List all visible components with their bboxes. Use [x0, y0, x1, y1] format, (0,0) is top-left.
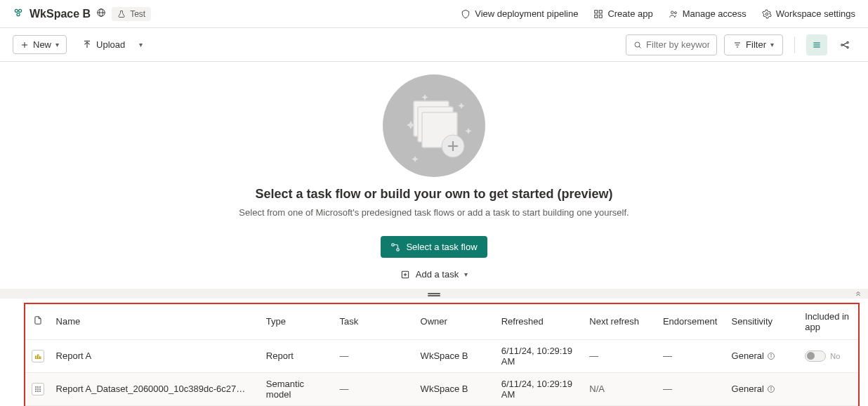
svg-point-27 — [847, 46, 848, 48]
svg-point-51 — [35, 388, 37, 390]
workspace-logo-icon — [13, 7, 24, 20]
item-owner: WkSpace B — [415, 339, 496, 372]
semantic-model-icon — [32, 383, 44, 395]
col-header-refreshed[interactable]: Refreshed — [496, 304, 584, 340]
col-header-task[interactable]: Task — [334, 304, 415, 340]
environment-pill-label: Test — [130, 9, 145, 19]
plus-square-icon — [400, 270, 410, 280]
file-icon — [33, 315, 43, 325]
info-icon — [767, 385, 775, 393]
separator — [794, 37, 795, 53]
manage-access-link[interactable]: Manage access — [669, 8, 747, 19]
workspace-settings-link[interactable]: Workspace settings — [762, 8, 855, 19]
svg-point-47 — [770, 354, 771, 355]
svg-point-53 — [39, 388, 41, 390]
item-next-refresh: N/A — [589, 384, 605, 394]
svg-point-12 — [765, 13, 768, 15]
svg-rect-43 — [37, 355, 39, 359]
filter-icon — [733, 41, 742, 49]
svg-rect-8 — [595, 15, 598, 18]
svg-point-48 — [35, 386, 37, 388]
search-input[interactable] — [646, 39, 709, 50]
col-header-sensitivity[interactable]: Sensitivity — [726, 304, 800, 340]
svg-point-38 — [397, 248, 400, 251]
item-type: Semantic model — [261, 372, 334, 405]
svg-line-29 — [843, 45, 847, 47]
resize-bar[interactable] — [0, 289, 868, 299]
new-button[interactable]: New ▾ — [13, 35, 67, 54]
col-header-icon[interactable] — [25, 304, 51, 340]
svg-rect-6 — [595, 10, 598, 13]
items-table-wrap: Name Type Task Owner Refreshed Next refr… — [24, 303, 860, 407]
upload-button[interactable]: Upload ▾ — [82, 39, 143, 50]
search-input-wrap[interactable] — [626, 34, 717, 55]
taskflow-hero-illustration — [383, 74, 485, 177]
svg-point-25 — [841, 44, 843, 45]
svg-point-50 — [39, 386, 41, 388]
svg-point-56 — [39, 391, 41, 392]
svg-point-1 — [19, 9, 22, 12]
svg-point-11 — [674, 11, 676, 13]
table-row[interactable]: Report AReport—WkSpace B6/11/24, 10:29:1… — [25, 339, 858, 372]
item-task: — — [340, 384, 349, 394]
table-row[interactable]: Report A_Dataset_2060000_10c389dc-6c27-e… — [25, 372, 858, 405]
toggle-label: No — [830, 352, 840, 360]
svg-point-2 — [17, 13, 20, 16]
select-task-flow-button[interactable]: Select a task flow — [381, 236, 487, 258]
item-name[interactable]: Report A_Dataset_2060000_10c389dc-6c27-e… — [56, 384, 246, 394]
item-sensitivity: General — [732, 384, 775, 394]
chevron-down-icon: ▾ — [139, 41, 143, 48]
svg-line-28 — [843, 43, 847, 45]
item-endorsement: — — [663, 351, 672, 361]
item-name[interactable]: Report A — [56, 351, 246, 361]
workspace-title: WkSpace B — [29, 8, 91, 20]
hero-title: Select a task flow or build your own to … — [0, 187, 868, 202]
filter-button[interactable]: Filter ▾ — [724, 34, 783, 55]
svg-rect-7 — [600, 10, 603, 13]
item-task: — — [340, 351, 349, 361]
info-icon — [767, 352, 775, 360]
report-icon — [32, 350, 44, 362]
svg-rect-42 — [35, 356, 37, 359]
add-task-button[interactable]: Add a task ▾ — [400, 269, 468, 280]
collapse-chevron-icon[interactable] — [854, 289, 862, 299]
workspace-header: WkSpace B Test View deployment pipeline … — [0, 0, 868, 28]
item-endorsement: — — [663, 384, 672, 394]
globe-icon — [96, 8, 106, 20]
item-owner: WkSpace B — [415, 372, 496, 405]
svg-point-17 — [635, 42, 640, 47]
lineage-view-toggle[interactable] — [834, 34, 855, 55]
toolbar: New ▾ Upload ▾ Filter ▾ — [0, 28, 868, 62]
svg-rect-44 — [39, 357, 41, 359]
task-flow-icon — [390, 242, 400, 252]
col-header-included[interactable]: Included in app — [799, 304, 858, 340]
item-sensitivity: General — [732, 351, 775, 361]
drag-handle-icon — [428, 293, 440, 294]
col-header-owner[interactable]: Owner — [415, 304, 496, 340]
svg-rect-9 — [600, 15, 603, 18]
environment-pill[interactable]: Test — [112, 7, 151, 21]
item-refreshed: 6/11/24, 10:29:19 AM — [496, 372, 584, 405]
svg-point-59 — [770, 387, 771, 388]
svg-point-10 — [671, 11, 673, 13]
col-header-next[interactable]: Next refresh — [584, 304, 657, 340]
header-actions: View deployment pipeline Create app Mana… — [461, 8, 855, 19]
svg-point-37 — [392, 243, 395, 246]
hero-subtitle: Select from one of Microsoft's predesign… — [0, 207, 868, 218]
col-header-type[interactable]: Type — [261, 304, 334, 340]
item-refreshed: 6/11/24, 10:29:19 AM — [496, 339, 584, 372]
view-pipeline-link[interactable]: View deployment pipeline — [461, 8, 578, 19]
svg-point-52 — [37, 388, 39, 390]
create-app-link[interactable]: Create app — [593, 8, 652, 19]
svg-line-18 — [639, 46, 641, 48]
col-header-name[interactable]: Name — [51, 304, 261, 340]
search-icon — [633, 41, 642, 49]
taskflow-hero: Select a task flow or build your own to … — [0, 62, 868, 282]
svg-point-26 — [847, 41, 848, 43]
col-header-endorsement[interactable]: Endorsement — [657, 304, 726, 340]
items-table: Name Type Task Owner Refreshed Next refr… — [25, 304, 858, 407]
included-toggle[interactable] — [805, 351, 826, 362]
chevron-down-icon: ▾ — [464, 270, 468, 278]
list-view-toggle[interactable] — [806, 34, 827, 55]
item-type: Report — [261, 339, 334, 372]
